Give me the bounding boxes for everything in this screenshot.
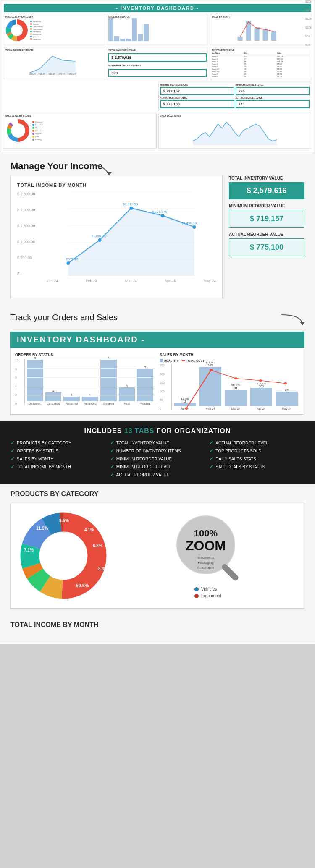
svg-text:Automobile: Automobile [197,566,215,570]
svg-point-35 [193,225,196,229]
thumb-orders-cell: ORDERS BY STATUS [107,14,208,45]
svg-rect-65 [220,563,239,582]
svg-text:Jan 24: Jan 24 [29,73,36,75]
zoom-and-legend: 100% ZOOM Electronics Packaging Automobi… [118,513,298,598]
thumb-top-products: TOP PRODUCTS SOLD Item NameQtySales Name… [210,47,311,80]
tabs-headline: INCLUDES 13 TABS FOR ORGANIZATION [10,427,304,435]
svg-point-44 [234,377,237,379]
tab-item-3: ✓ SALES BY MONTH [10,456,106,462]
dashboard-thumbnail: - INVENTORY DASHBOARD - PRODUCTS BY CATE… [0,0,315,152]
svg-rect-8 [237,37,242,41]
svg-text:$1,061.30: $1,061.30 [92,234,107,238]
tab-item-9: ✓ ACTUAL REORDER LEVEL [209,440,304,446]
check-icon-8: ✓ [110,464,114,470]
thumb-bar [108,18,113,41]
check-icon-11: ✓ [209,456,213,462]
svg-text:ZOOM: ZOOM [186,538,226,553]
legend-equipment: Equipment [194,593,221,598]
bar-pending: 7 Pending [137,366,153,405]
check-icon-2: ✓ [10,448,15,454]
actual-reorder-label: ACTUAL REORDER VALUE [229,232,304,237]
svg-text:100%: 100% [194,528,218,539]
svg-rect-12 [271,31,276,41]
sales-chart-title: SALES BY MONTH [160,353,300,357]
products-section-title: PRODUCTS BY CATEGORY [10,490,304,498]
svg-rect-10 [254,27,259,41]
check-icon-6: ✓ [110,448,114,454]
check-icon-1: ✓ [10,440,15,446]
svg-text:$1,718.40: $1,718.40 [152,210,168,214]
cost-line-svg [174,364,298,410]
thumb-products-cell: PRODUCTS BY CATEGORY Electronics Product… [4,14,105,45]
svg-text:7.1%: 7.1% [24,548,34,552]
manage-section: Manage Your Income TOTAL INCOME BY MONTH… [0,152,315,306]
svg-text:$375.70: $375.70 [66,257,79,261]
total-inventory-card: TOTAL INVENTORY VALUE $ 2,579,616 [229,176,304,199]
tab-item-1: ✓ PRODUCTS BY CATEGORY [10,440,106,446]
products-legend: Vehicles Equipment [194,587,221,598]
thumb-bar [132,18,137,41]
sales-y-labels: 250 200 150 100 50 0 [160,364,165,410]
donut-chart-svg: 50.5% 8.6% 6.8% 4.1% 9.5% 11.9% 7.1% [17,510,110,602]
svg-point-55 [40,533,87,579]
svg-text:9.5%: 9.5% [59,518,69,523]
svg-text:8.6%: 8.6% [98,567,108,571]
donut-chart-wrapper: 50.5% 8.6% 6.8% 4.1% 9.5% 11.9% 7.1% [17,510,110,602]
tab-item-5: ✓ TOTAL INVENTORY VALUE [110,440,205,446]
orders-chart-section: ORDERS BY STATUS 10 8 6 4 2 0 [15,353,155,410]
income-chart-area: $ 2,500.00 $ 2,000.00 $ 1,500.00 $ 1,000… [17,192,216,291]
orders-bars-inner: 9 Delivered 2 Cancelled [25,359,155,405]
sales-chart-section: SALES BY MONTH QUANTITY TOTAL COST 250 2… [160,353,300,410]
min-reorder-label: MINIMUM REORDER VALUE [229,204,304,208]
legend-vehicles: Vehicles [194,587,221,591]
tab-item-11: ✓ DAILY SALES STATS [209,456,304,462]
sales-legend: QUANTITY TOTAL COST [160,359,300,362]
check-icon-7: ✓ [110,456,114,462]
svg-rect-11 [262,29,268,41]
svg-marker-24 [107,172,112,175]
thumb-deals-cell: SALE DEALS BY STATUS Delivered Cancelled… [4,113,157,149]
svg-text:Feb 24: Feb 24 [39,73,45,75]
thumb-daily-sales: DAILY SALES STATS [158,113,311,149]
check-icon-9: ✓ [209,440,213,446]
y-axis-labels: $ 2,500.00 $ 2,000.00 $ 1,500.00 $ 1,000… [17,192,35,276]
tab-item-12: ✓ SALE DEALS BY STATUS [209,464,304,470]
check-icon-12: ✓ [209,464,213,470]
thumb-bar [126,39,131,41]
thumb-sales-cell: SALES BY MONTH [210,14,311,45]
manage-content: TOTAL INCOME BY MONTH $ 2,500.00 $ 2,000… [10,176,304,298]
svg-text:50.5%: 50.5% [76,583,89,588]
actual-reorder-value: $ 775,100 [229,238,304,256]
manage-arrow-icon [88,163,113,180]
tab-item-4: ✓ TOTAL INCOME BY MONTH [10,464,106,470]
svg-point-45 [259,379,262,382]
orders-y-labels: 10 8 6 4 2 0 [15,359,18,405]
products-content: 50.5% 8.6% 6.8% 4.1% 9.5% 11.9% 7.1% [10,503,304,609]
tabs-grid: ✓ PRODUCTS BY CATEGORY ✓ TOTAL INVENTORY… [10,440,304,478]
tab-item-6: ✓ NUMBER OF INVENTORY ITEMS [110,448,205,454]
svg-text:11.9%: 11.9% [36,526,48,531]
bar-shipped: 9 Shipped [100,357,117,405]
svg-text:Mar 24: Mar 24 [49,73,55,75]
bar-cancelled: 2 Cancelled [45,389,62,405]
svg-point-32 [98,238,102,242]
svg-point-43 [210,369,213,371]
bar-paid: 3 Paid [119,384,135,405]
bar-delivered: 9 Delivered [27,357,43,405]
svg-text:$1,450.30: $1,450.30 [182,221,197,225]
svg-text:$2,011.50: $2,011.50 [123,202,138,206]
dashboard2-content: ORDERS BY STATUS 10 8 6 4 2 0 [10,348,304,415]
total-inventory-label: TOTAL INVENTORY VALUE [229,176,304,180]
zoom-badge-wrapper: 100% ZOOM Electronics Packaging Automobi… [174,513,242,580]
thumb-bar [120,39,125,41]
orders-bars-wrapper: 9 Delivered 2 Cancelled [24,359,155,405]
min-reorder-value: $ 719,157 [229,210,304,228]
total-inventory-value: $ 2,579,616 [229,182,304,199]
svg-text:Apr 24: Apr 24 [59,73,65,75]
tab-item-7: ✓ MINIMUM REORDER VALUE [110,456,205,462]
thumb-products-chart: Electronics Product Consumables Raw mate… [5,19,103,42]
tab-item-8: ✓ MINIMUM REORDER LEVEL [110,464,205,470]
thumb-bar [114,36,119,41]
svg-point-31 [67,261,70,265]
svg-text:Packaging: Packaging [198,561,213,565]
